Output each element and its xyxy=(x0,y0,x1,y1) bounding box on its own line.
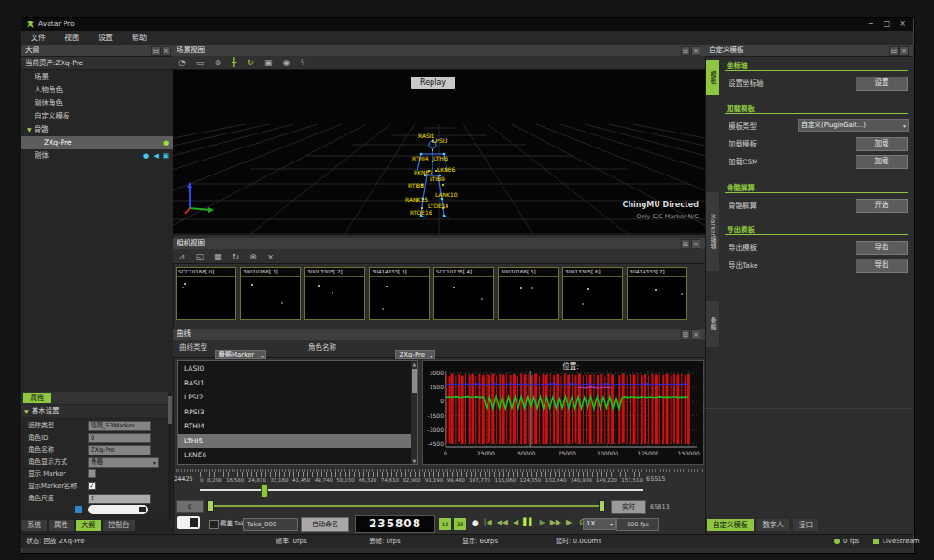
properties-group-row[interactable]: ▼基本设置 xyxy=(21,405,173,417)
template-close-button[interactable]: × xyxy=(899,46,909,56)
fast-forward-button[interactable]: ▶▶ xyxy=(550,515,561,530)
tab-自定义模板[interactable]: 自定义模板 xyxy=(707,519,754,531)
模板类型-select[interactable]: 自定义(PluginGait...)▾ xyxy=(798,119,909,132)
camera-thumbnail-7[interactable]: 30414333[ 7] xyxy=(627,267,687,320)
axis-icon[interactable]: ⊿ xyxy=(178,249,186,263)
scene-viewport[interactable]: Replay ChingMU Directed Only C/C Marker … xyxy=(173,70,705,235)
overwrite-take-checkbox[interactable] xyxy=(209,520,219,529)
speed-select[interactable]: 1X ▾ xyxy=(583,518,616,530)
pause-button[interactable]: ▌▌ xyxy=(523,515,534,530)
scrollbar-thumb[interactable] xyxy=(168,396,172,424)
scroll-down-icon[interactable]: ▼ xyxy=(411,458,417,464)
加载CSM-button[interactable]: 加载 xyxy=(856,155,908,169)
color-check[interactable] xyxy=(75,506,82,513)
tab-接口[interactable]: 接口 xyxy=(793,519,818,531)
curve-list-item-RPSI3[interactable]: RPSI3 xyxy=(178,405,417,420)
color-field[interactable] xyxy=(88,505,148,514)
vertical-tab-模板[interactable]: 模板 xyxy=(706,60,719,95)
角色名称-field[interactable]: ZXq-Pre xyxy=(88,445,151,455)
arrow-icon[interactable]: ◀ xyxy=(154,149,159,162)
range-end-handle[interactable] xyxy=(599,500,605,512)
导出模板-button[interactable]: 导出 xyxy=(856,241,908,255)
record-toggle[interactable] xyxy=(177,516,200,529)
tab-大纲[interactable]: 大纲 xyxy=(76,520,101,531)
curve-list-item-RASI1[interactable]: RASI1 xyxy=(178,376,417,391)
current-asset-header[interactable]: 当前资产:ZXq-Pre xyxy=(21,57,173,70)
minimize-button[interactable]: ─ xyxy=(863,18,879,31)
snapshot-icon[interactable]: ◔ xyxy=(178,56,186,69)
tab-数字人[interactable]: 数字人 xyxy=(757,519,790,531)
curve-close-button[interactable]: × xyxy=(691,329,700,340)
menu-item-0[interactable]: 文件 xyxy=(21,31,55,45)
skip-end-button[interactable]: ▶| xyxy=(566,515,574,530)
range-slider-track[interactable] xyxy=(207,505,603,507)
tree-item-2[interactable]: 刚体角色 xyxy=(21,97,173,110)
显示 Marker-checkbox[interactable] xyxy=(88,469,96,478)
rotate-icon[interactable]: ↻ xyxy=(247,56,254,69)
marker-curve-list[interactable]: LASI0RASI1LPSI2RPSI3RTHI4LTHI5LKNE6 xyxy=(177,360,418,465)
camera-thumbnail-4[interactable]: SCC10135[ 4] xyxy=(433,267,494,320)
take-name-input[interactable]: Take_000 xyxy=(243,518,298,531)
properties-title-chip[interactable]: 属性 xyxy=(23,393,51,403)
curve-list-item-LASI0[interactable]: LASI0 xyxy=(178,361,417,376)
grid-icon[interactable]: ▦ xyxy=(214,249,222,263)
curve-chart[interactable]: 0250005000075000100000125000150000300015… xyxy=(422,360,704,465)
eye-icon[interactable]: ◉ xyxy=(282,56,290,69)
curve-detach-button[interactable]: ⊟ xyxy=(681,329,690,340)
tree-item-6[interactable]: 刚体▣◀● xyxy=(21,149,173,162)
camera-thumbnail-1[interactable]: 30010166[ 1] xyxy=(240,267,301,320)
camera-thumbnail-6[interactable]: 30013305[ 6] xyxy=(562,267,623,320)
角色ID-field[interactable]: 0 xyxy=(88,433,151,443)
scrollbar-thumb[interactable] xyxy=(412,369,417,393)
curve-list-item-RTHI4[interactable]: RTHI4 xyxy=(178,419,417,434)
curve-list-item-LTHI5[interactable]: LTHI5 xyxy=(178,434,417,449)
骨骼解算-button[interactable]: 开始 xyxy=(856,199,908,213)
properties-scrollbar[interactable] xyxy=(168,392,172,519)
skip-start-button[interactable]: |◀ xyxy=(484,515,492,530)
curve-list-item-LKNE6[interactable]: LKNE6 xyxy=(178,448,417,463)
document-icon[interactable]: ▣ xyxy=(163,149,169,162)
tree-item-3[interactable]: 自定义模板 xyxy=(21,110,173,123)
加载模板-button[interactable]: 加载 xyxy=(856,137,908,151)
tree-item-4[interactable]: ▼骨骼 xyxy=(21,123,173,136)
range-start-box[interactable]: 0 xyxy=(176,500,204,513)
menu-item-2[interactable]: 设置 xyxy=(89,31,122,45)
outline-detach-button[interactable]: ⊟ xyxy=(151,46,161,56)
tab-属性[interactable]: 属性 xyxy=(49,520,74,531)
vertical-tab-Marker编辑[interactable]: Marker编辑 xyxy=(706,192,719,271)
设置坐标轴-button[interactable]: 设置 xyxy=(856,77,908,91)
tree-item-5[interactable]: ZXq-Pre● xyxy=(21,136,173,149)
crop-icon[interactable]: ◱ xyxy=(196,249,205,263)
loop-button-0[interactable]: 13 xyxy=(439,518,451,530)
realtime-button[interactable]: 实时 xyxy=(611,500,646,514)
play-button[interactable]: ▶ xyxy=(540,515,545,530)
expand-arrow-icon[interactable]: ▼ xyxy=(27,126,32,133)
tree-item-1[interactable]: 人物角色 xyxy=(21,84,173,97)
scene-close-button[interactable]: × xyxy=(691,46,700,56)
curve-role-select[interactable]: ZXq-Pre ▾ xyxy=(395,350,435,359)
camera-thumbnail-2[interactable]: 30013305[ 2] xyxy=(304,267,365,320)
tab-系统[interactable]: 系统 xyxy=(21,520,47,531)
追踪类型-field[interactable]: 精简_53Marker xyxy=(88,421,151,431)
clear-view-icon[interactable]: × xyxy=(267,249,275,263)
target-icon[interactable]: ⊗ xyxy=(249,249,257,263)
menu-item-3[interactable]: 帮助 xyxy=(122,31,156,45)
vertical-tab-骨骼[interactable]: 骨骼 xyxy=(706,301,719,347)
角色尺度-field[interactable]: 2 xyxy=(88,494,151,504)
auto-name-button[interactable]: 自动命名 xyxy=(301,517,349,532)
move-icon[interactable]: ╋ xyxy=(232,56,236,69)
导出Take-button[interactable]: 导出 xyxy=(856,259,908,273)
rewind-button[interactable]: ◀◀ xyxy=(497,515,508,530)
select-box-icon[interactable]: ▭ xyxy=(196,56,205,69)
loop-button-1[interactable]: 33 xyxy=(454,518,466,530)
physics-icon[interactable]: ϟ xyxy=(300,56,305,69)
显示Marker名称-checkbox[interactable]: ✓ xyxy=(88,482,96,490)
scroll-up-icon[interactable]: ▲ xyxy=(411,361,417,367)
camera-thumbnail-0[interactable]: SCC10166[ 0] xyxy=(176,267,236,320)
menu-item-1[interactable]: 视图 xyxy=(55,31,89,45)
scene-detach-button[interactable]: ⊟ xyxy=(681,46,690,56)
livestream-status-label[interactable]: LiveStream xyxy=(883,535,920,548)
record-button[interactable]: ● xyxy=(472,515,479,530)
rotate-view-icon[interactable]: ↻ xyxy=(233,249,240,263)
titlebar[interactable]: Avatar Pro ─ □ × xyxy=(21,18,913,31)
